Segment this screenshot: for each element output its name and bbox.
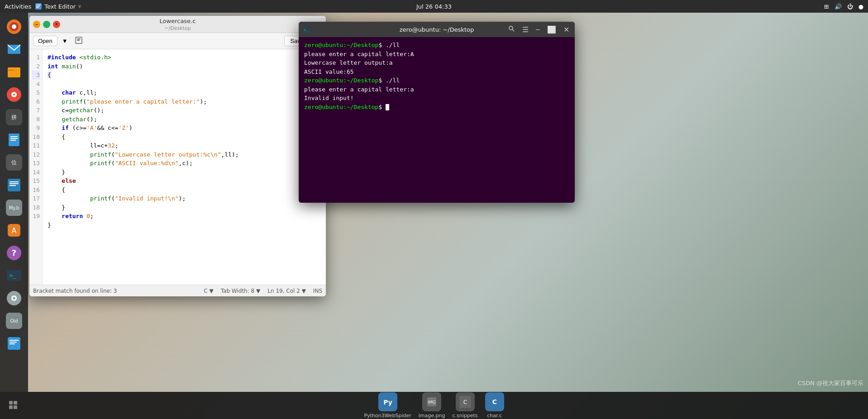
- dock-item-writer[interactable]: [4, 175, 24, 195]
- dock-item-terminal[interactable]: >_: [4, 265, 24, 286]
- dock-item-firefox[interactable]: [4, 16, 24, 37]
- c-file-icon: C: [488, 395, 501, 409]
- status-bracket: Bracket match found on line: 3: [33, 288, 117, 294]
- svg-rect-3: [36, 7, 39, 8]
- dock-item-files[interactable]: [4, 62, 24, 82]
- editor-window: – × Lowercase.c ~/Desktop Open ▼ Save ☰ …: [29, 16, 326, 296]
- terminal-menu-button[interactable]: ☰: [520, 25, 530, 34]
- terminal-body[interactable]: zero@ubuntu:~/Desktop$ ./ll please enter…: [299, 37, 575, 203]
- topbar-datetime: Jul 26 04:33: [416, 3, 452, 10]
- firefox-icon: [6, 19, 22, 35]
- editor-title: Lowercase.c ~/Desktop: [160, 18, 196, 31]
- svg-text:C: C: [492, 398, 496, 405]
- files-icon: [6, 64, 22, 80]
- svg-text:Py: Py: [383, 399, 392, 406]
- svg-rect-32: [10, 342, 17, 343]
- dock-item-mail[interactable]: [4, 39, 24, 60]
- apps-grid-button[interactable]: [5, 396, 24, 415]
- dock-item-doc[interactable]: [4, 129, 24, 150]
- terminal-maximize-button[interactable]: ⬜: [545, 25, 558, 34]
- svg-rect-14: [10, 136, 18, 137]
- dock-item-music[interactable]: [4, 84, 24, 105]
- svg-rect-2: [36, 6, 40, 7]
- dock-item-old[interactable]: Old: [4, 310, 24, 331]
- svg-rect-43: [9, 405, 13, 409]
- writer-icon: [6, 177, 22, 193]
- terminal-search-button[interactable]: [506, 25, 517, 34]
- terminal-close-button[interactable]: ✕: [562, 25, 571, 34]
- terminal-window: >_ zero@ubuntu: ~/Desktop ☰ – ⬜ ✕ zero@u…: [299, 22, 575, 203]
- taskbar-label-python: Python3WebSpider: [364, 413, 411, 419]
- pos-icon: 位: [6, 154, 22, 171]
- svg-rect-16: [10, 140, 16, 141]
- topbar-app[interactable]: Text Editor ▼: [35, 3, 81, 10]
- taskbar-item-csnippets[interactable]: C c.snippets: [453, 392, 478, 419]
- svg-text:>_: >_: [304, 28, 309, 32]
- mail-icon: [6, 41, 22, 57]
- dock-item-help[interactable]: ?: [4, 243, 24, 263]
- dock-item-appstore[interactable]: A: [4, 220, 24, 241]
- svg-rect-33: [10, 343, 15, 344]
- search-icon: [508, 25, 515, 32]
- svg-point-12: [13, 94, 15, 95]
- dock-item-texteditor[interactable]: [4, 333, 24, 354]
- editor-minimize-button[interactable]: –: [33, 21, 40, 28]
- svg-line-40: [512, 29, 514, 31]
- svg-rect-8: [8, 67, 20, 77]
- editor-toolbar: Open ▼ Save ☰: [29, 33, 326, 49]
- svg-rect-9: [8, 69, 14, 71]
- svg-text:C: C: [463, 399, 467, 405]
- editor-body: 12345 678910 1112131415 16171819 #includ…: [29, 49, 326, 285]
- svg-text:IMG: IMG: [428, 400, 435, 405]
- topbar-power[interactable]: ⏻: [847, 3, 853, 10]
- csdn-watermark: CSDN @祝大家百事可乐: [798, 379, 863, 387]
- terminal-icon: >_: [302, 25, 310, 33]
- help-icon: ?: [6, 245, 22, 261]
- myfile-icon: My.b: [6, 200, 22, 216]
- taskbar-item-image[interactable]: IMG image.png: [419, 392, 445, 419]
- terminal-minimize-button[interactable]: –: [534, 25, 542, 33]
- svg-rect-20: [10, 185, 16, 186]
- editor-close-button[interactable]: ×: [53, 21, 60, 28]
- taskbar-label-csnippets: c.snippets: [453, 413, 478, 419]
- dock-item-chinese[interactable]: 拼: [4, 107, 24, 128]
- taskbar-item-charc[interactable]: C char.c: [485, 392, 504, 419]
- terminal-line-2: please enter a capital letter:A: [304, 50, 569, 59]
- svg-rect-42: [14, 401, 17, 405]
- dock-item-settings[interactable]: [4, 288, 24, 309]
- code-area[interactable]: #include <stdio.h> int main() { char c,l…: [43, 49, 326, 285]
- taskbar-item-python3webspider[interactable]: Py Python3WebSpider: [364, 392, 411, 419]
- activities-button[interactable]: Activities: [5, 3, 31, 10]
- terminal-cursor: [386, 104, 389, 110]
- dock-item-myfile[interactable]: My.b: [4, 197, 24, 218]
- dock-item-pos[interactable]: 位: [4, 152, 24, 173]
- terminal-titlebar: >_ zero@ubuntu: ~/Desktop ☰ – ⬜ ✕: [299, 22, 575, 37]
- charc-icon: C: [485, 392, 504, 411]
- taskbar-label-image: image.png: [419, 413, 445, 419]
- document-icon: [6, 132, 22, 148]
- old-icon: Old: [6, 313, 22, 329]
- svg-point-6: [12, 24, 16, 29]
- appstore-icon: A: [6, 222, 22, 238]
- csnippets-icon: C: [456, 392, 475, 411]
- taskbar-label-charc: char.c: [487, 413, 502, 419]
- terminal-line-3: Lowercase letter output:a: [304, 58, 569, 67]
- status-pos[interactable]: Ln 19, Col 2 ▼: [267, 288, 306, 294]
- settings-icon: [6, 290, 22, 306]
- snippets-icon: C: [458, 395, 472, 409]
- editor-maximize-button[interactable]: [43, 21, 50, 28]
- open-dropdown-button[interactable]: ▼: [59, 36, 71, 46]
- topbar-grid[interactable]: ⊞: [824, 3, 829, 10]
- svg-text:>_: >_: [10, 272, 16, 279]
- status-tab[interactable]: Tab Width: 8 ▼: [221, 288, 261, 294]
- svg-rect-31: [10, 340, 19, 341]
- svg-rect-36: [77, 40, 80, 41]
- terminal-line-8: zero@ubuntu:~/Desktop$: [304, 103, 569, 112]
- status-lang[interactable]: C ▼: [204, 288, 213, 294]
- open-button[interactable]: Open: [33, 36, 57, 46]
- svg-text:?: ?: [12, 248, 16, 257]
- apps-grid-icon: [8, 400, 20, 412]
- preview-button[interactable]: [72, 35, 85, 47]
- topbar-volume[interactable]: 🔊: [835, 3, 842, 10]
- app-menu-arrow[interactable]: ▼: [78, 4, 81, 9]
